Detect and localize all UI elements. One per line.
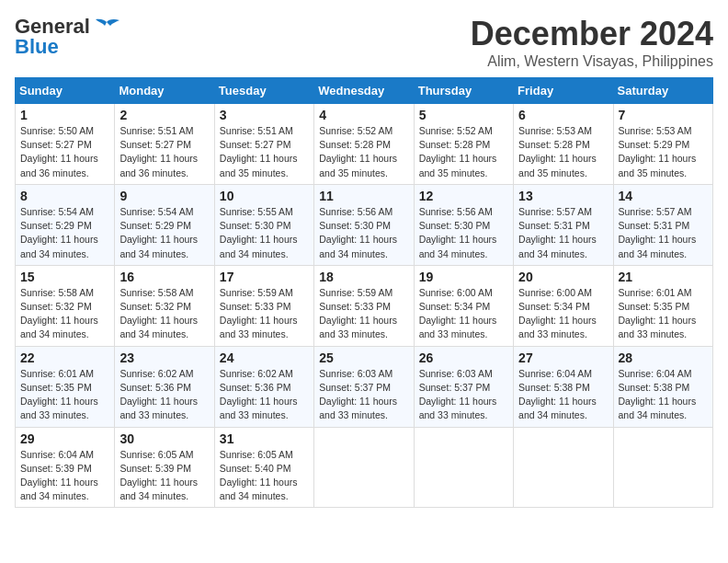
day-info: Sunrise: 6:05 AMSunset: 5:39 PMDaylight:… [119, 448, 209, 504]
day-info: Sunrise: 6:05 AMSunset: 5:40 PMDaylight:… [220, 448, 309, 504]
day-number: 17 [220, 270, 309, 284]
day-info: Sunrise: 5:58 AMSunset: 5:32 PMDaylight:… [20, 286, 109, 342]
day-number: 14 [619, 189, 708, 203]
calendar-cell: 3Sunrise: 5:51 AMSunset: 5:27 PMDaylight… [214, 104, 313, 185]
calendar-day-header: Thursday [414, 78, 513, 104]
day-number: 26 [419, 350, 508, 365]
day-info: Sunrise: 5:52 AMSunset: 5:28 PMDaylight:… [419, 124, 508, 180]
page-subtitle: Alim, Western Visayas, Philippines [471, 53, 713, 70]
day-info: Sunrise: 5:58 AMSunset: 5:32 PMDaylight:… [119, 286, 209, 342]
title-block: December 2024 Alim, Western Visayas, Phi… [471, 15, 713, 70]
day-number: 4 [319, 108, 408, 122]
calendar-cell: 23Sunrise: 6:02 AMSunset: 5:36 PMDayligh… [115, 346, 214, 427]
day-info: Sunrise: 5:56 AMSunset: 5:30 PMDaylight:… [319, 205, 408, 261]
day-info: Sunrise: 5:57 AMSunset: 5:31 PMDaylight:… [518, 205, 608, 261]
calendar-week-row: 1Sunrise: 5:50 AMSunset: 5:27 PMDaylight… [16, 104, 713, 185]
calendar-cell: 17Sunrise: 5:59 AMSunset: 5:33 PMDayligh… [214, 265, 313, 346]
day-number: 23 [119, 350, 209, 365]
day-info: Sunrise: 6:02 AMSunset: 5:36 PMDaylight:… [119, 367, 209, 423]
calendar-week-row: 15Sunrise: 5:58 AMSunset: 5:32 PMDayligh… [16, 265, 713, 346]
calendar-cell [613, 427, 712, 508]
calendar-body: 1Sunrise: 5:50 AMSunset: 5:27 PMDaylight… [16, 104, 713, 508]
calendar-cell: 6Sunrise: 5:53 AMSunset: 5:28 PMDaylight… [514, 104, 613, 185]
day-info: Sunrise: 6:01 AMSunset: 5:35 PMDaylight:… [619, 286, 708, 342]
day-number: 11 [319, 189, 408, 203]
day-info: Sunrise: 6:00 AMSunset: 5:34 PMDaylight:… [518, 286, 608, 342]
day-info: Sunrise: 5:53 AMSunset: 5:29 PMDaylight:… [619, 124, 708, 180]
day-info: Sunrise: 5:51 AMSunset: 5:27 PMDaylight:… [220, 124, 309, 180]
calendar-day-header: Tuesday [214, 78, 313, 104]
day-info: Sunrise: 6:04 AMSunset: 5:38 PMDaylight:… [619, 367, 708, 423]
day-number: 2 [119, 108, 209, 122]
day-info: Sunrise: 5:56 AMSunset: 5:30 PMDaylight:… [419, 205, 508, 261]
calendar-cell: 27Sunrise: 6:04 AMSunset: 5:38 PMDayligh… [514, 346, 613, 427]
calendar-table: SundayMondayTuesdayWednesdayThursdayFrid… [15, 77, 713, 508]
calendar-day-header: Friday [514, 78, 613, 104]
calendar-cell: 19Sunrise: 6:00 AMSunset: 5:34 PMDayligh… [414, 265, 513, 346]
day-number: 24 [220, 350, 309, 365]
calendar-header: SundayMondayTuesdayWednesdayThursdayFrid… [16, 78, 713, 104]
calendar-cell: 15Sunrise: 5:58 AMSunset: 5:32 PMDayligh… [16, 265, 115, 346]
calendar-cell: 9Sunrise: 5:54 AMSunset: 5:29 PMDaylight… [115, 184, 214, 265]
day-number: 28 [619, 350, 708, 365]
calendar-cell: 20Sunrise: 6:00 AMSunset: 5:34 PMDayligh… [514, 265, 613, 346]
day-number: 15 [20, 270, 109, 284]
day-number: 5 [419, 108, 508, 122]
calendar-cell: 1Sunrise: 5:50 AMSunset: 5:27 PMDaylight… [16, 104, 115, 185]
day-info: Sunrise: 6:03 AMSunset: 5:37 PMDaylight:… [419, 367, 508, 423]
day-number: 1 [20, 108, 109, 122]
calendar-day-header: Wednesday [314, 78, 414, 104]
day-number: 21 [619, 270, 708, 284]
calendar-week-row: 22Sunrise: 6:01 AMSunset: 5:35 PMDayligh… [16, 346, 713, 427]
calendar-cell [514, 427, 613, 508]
calendar-cell: 28Sunrise: 6:04 AMSunset: 5:38 PMDayligh… [613, 346, 712, 427]
day-info: Sunrise: 5:59 AMSunset: 5:33 PMDaylight:… [220, 286, 309, 342]
calendar-cell: 18Sunrise: 5:59 AMSunset: 5:33 PMDayligh… [314, 265, 414, 346]
calendar-cell: 21Sunrise: 6:01 AMSunset: 5:35 PMDayligh… [613, 265, 712, 346]
day-number: 16 [119, 270, 209, 284]
calendar-cell: 22Sunrise: 6:01 AMSunset: 5:35 PMDayligh… [16, 346, 115, 427]
calendar-cell: 12Sunrise: 5:56 AMSunset: 5:30 PMDayligh… [414, 184, 513, 265]
day-info: Sunrise: 6:03 AMSunset: 5:37 PMDaylight:… [319, 367, 408, 423]
day-number: 30 [119, 431, 209, 446]
day-info: Sunrise: 6:04 AMSunset: 5:38 PMDaylight:… [518, 367, 608, 423]
page-title: December 2024 [471, 15, 713, 53]
day-info: Sunrise: 5:51 AMSunset: 5:27 PMDaylight:… [119, 124, 209, 180]
calendar-cell: 29Sunrise: 6:04 AMSunset: 5:39 PMDayligh… [16, 427, 115, 508]
calendar-cell: 10Sunrise: 5:55 AMSunset: 5:30 PMDayligh… [214, 184, 313, 265]
day-number: 19 [419, 270, 508, 284]
calendar-cell: 31Sunrise: 6:05 AMSunset: 5:40 PMDayligh… [214, 427, 313, 508]
day-info: Sunrise: 5:54 AMSunset: 5:29 PMDaylight:… [20, 205, 109, 261]
calendar-cell [414, 427, 513, 508]
day-number: 27 [518, 350, 608, 365]
page-header: General Blue December 2024 Alim, Western… [15, 15, 713, 70]
calendar-cell: 14Sunrise: 5:57 AMSunset: 5:31 PMDayligh… [613, 184, 712, 265]
calendar-cell: 16Sunrise: 5:58 AMSunset: 5:32 PMDayligh… [115, 265, 214, 346]
day-info: Sunrise: 5:50 AMSunset: 5:27 PMDaylight:… [20, 124, 109, 180]
calendar-cell: 5Sunrise: 5:52 AMSunset: 5:28 PMDaylight… [414, 104, 513, 185]
calendar-cell: 2Sunrise: 5:51 AMSunset: 5:27 PMDaylight… [115, 104, 214, 185]
day-number: 12 [419, 189, 508, 203]
day-number: 25 [319, 350, 408, 365]
day-number: 3 [220, 108, 309, 122]
calendar-day-header: Monday [115, 78, 214, 104]
calendar-cell: 11Sunrise: 5:56 AMSunset: 5:30 PMDayligh… [314, 184, 414, 265]
day-number: 10 [220, 189, 309, 203]
logo-text-blue: Blue [15, 35, 59, 59]
calendar-week-row: 8Sunrise: 5:54 AMSunset: 5:29 PMDaylight… [16, 184, 713, 265]
day-number: 22 [20, 350, 109, 365]
calendar-cell: 7Sunrise: 5:53 AMSunset: 5:29 PMDaylight… [613, 104, 712, 185]
calendar-cell: 25Sunrise: 6:03 AMSunset: 5:37 PMDayligh… [314, 346, 414, 427]
day-number: 29 [20, 431, 109, 446]
day-info: Sunrise: 5:55 AMSunset: 5:30 PMDaylight:… [220, 205, 309, 261]
calendar-cell: 4Sunrise: 5:52 AMSunset: 5:28 PMDaylight… [314, 104, 414, 185]
day-info: Sunrise: 5:59 AMSunset: 5:33 PMDaylight:… [319, 286, 408, 342]
day-info: Sunrise: 6:00 AMSunset: 5:34 PMDaylight:… [419, 286, 508, 342]
day-number: 7 [619, 108, 708, 122]
day-number: 8 [20, 189, 109, 203]
day-number: 18 [319, 270, 408, 284]
day-number: 6 [518, 108, 608, 122]
calendar-cell: 30Sunrise: 6:05 AMSunset: 5:39 PMDayligh… [115, 427, 214, 508]
day-info: Sunrise: 5:57 AMSunset: 5:31 PMDaylight:… [619, 205, 708, 261]
logo: General Blue [15, 15, 119, 59]
